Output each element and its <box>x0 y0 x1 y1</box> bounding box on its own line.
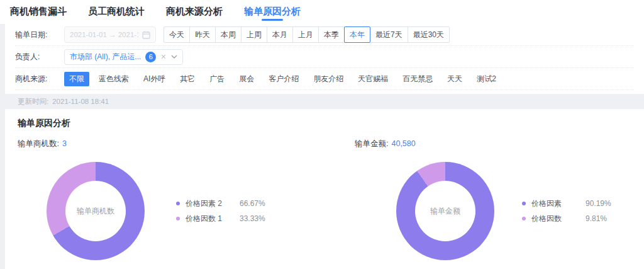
legend-item[interactable]: 价格因数 9.81% 3,980 <box>522 214 644 224</box>
date-range-input[interactable]: 2021-01-01 → 2021-12-31 <box>64 26 156 43</box>
date-preset-button[interactable]: 本周 <box>215 26 242 43</box>
date-preset-button-active[interactable]: 本年 <box>344 26 370 43</box>
donut-hole: 输单金额 <box>415 181 475 241</box>
lost-amount-value: 40,580 <box>391 139 415 148</box>
clear-icon[interactable]: ✕ <box>160 53 166 61</box>
donut-chart-lost-count[interactable]: 输单商机数 <box>47 162 145 260</box>
filter-panel: 输单日期: 2021-01-01 → 2021-12-31 今天 昨天 本周 上… <box>5 24 644 94</box>
donut-center-label: 输单金额 <box>430 206 460 217</box>
legend-percent: 33.33% <box>240 214 294 223</box>
tab-lost-reason-analysis[interactable]: 输单原因分析 <box>244 0 301 24</box>
source-option[interactable]: 朋友介绍 <box>308 72 348 86</box>
source-option[interactable]: 天官赐福 <box>353 72 393 86</box>
legend-percent: 9.81% <box>586 214 640 223</box>
legend-item[interactable]: 价格因素 90.19% 36,600 <box>522 198 644 209</box>
legend-dot <box>522 217 526 220</box>
date-range-value: 2021-01-01 → 2021-12-31 <box>70 31 138 38</box>
owner-filter-row: 负责人: 市场部 (All), 产品运... 6 ✕ <box>15 46 634 68</box>
lost-count-value: 3 <box>62 139 67 148</box>
date-filter-label: 输单日期: <box>15 30 64 40</box>
source-filter-row: 商机来源: 不限 蓝色线索 AI外呼 其它 广告 展会 客户介绍 朋友介绍 天官… <box>15 68 634 90</box>
lost-amount-stat: 输单金额:40,580 <box>355 139 631 149</box>
lost-count-label: 输单商机数: <box>18 139 59 148</box>
lost-count-chart-area: 输单商机数 价格因素 2 66.67% 价格因数 1 33.33% <box>18 162 325 260</box>
legend-item[interactable]: 价格因数 1 33.33% <box>176 214 294 224</box>
source-option[interactable]: 其它 <box>175 72 200 86</box>
lost-count-column: 输单商机数:3 输单商机数 价格因素 2 66.67% <box>18 129 325 260</box>
tab-employee-opportunity-stats[interactable]: 员工商机统计 <box>88 0 145 24</box>
source-option[interactable]: 测试2 <box>472 72 501 86</box>
owner-count-badge: 6 <box>145 52 156 62</box>
source-option-active[interactable]: 不限 <box>64 72 89 86</box>
owner-select[interactable]: 市场部 (All), 产品运... 6 ✕ <box>64 49 183 65</box>
lost-amount-legend: 价格因素 90.19% 36,600 价格因数 9.81% 3,980 <box>522 194 644 229</box>
date-preset-button[interactable]: 今天 <box>164 26 190 43</box>
source-option[interactable]: 百无禁忌 <box>397 72 438 86</box>
panel-title: 输单原因分析 <box>18 118 631 129</box>
date-preset-button[interactable]: 最近30天 <box>408 26 450 43</box>
legend-percent: 90.19% <box>586 199 640 208</box>
tab-sales-funnel[interactable]: 商机销售漏斗 <box>10 0 67 24</box>
update-time-value: 2021-11-08 18:41 <box>52 98 109 105</box>
tab-bar: 商机销售漏斗 员工商机统计 商机来源分析 输单原因分析 <box>0 0 644 24</box>
source-filter-label: 商机来源: <box>15 74 64 84</box>
date-preset-button[interactable]: 昨天 <box>189 26 216 43</box>
legend-percent: 66.67% <box>240 199 294 208</box>
donut-chart-lost-amount[interactable]: 输单金额 <box>396 162 494 260</box>
legend-item[interactable]: 价格因素 2 66.67% <box>176 198 294 209</box>
calendar-icon <box>142 31 150 39</box>
legend-name: 价格因素 2 <box>186 198 240 209</box>
lost-count-legend: 价格因素 2 66.67% 价格因数 1 33.33% <box>176 194 294 229</box>
charts-row: 输单商机数:3 输单商机数 价格因素 2 66.67% <box>18 129 631 260</box>
legend-dot <box>176 202 180 205</box>
page: 商机销售漏斗 员工商机统计 商机来源分析 输单原因分析 输单日期: 2021-0… <box>0 0 644 269</box>
date-preset-button[interactable]: 本季 <box>318 26 345 43</box>
date-preset-button[interactable]: 最近7天 <box>370 26 408 43</box>
lost-amount-column: 输单金额:40,580 输单金额 价格因素 90.19% 36,600 <box>325 129 631 260</box>
lost-reason-analysis-panel: 输单原因分析 输单商机数:3 输单商机数 价格因素 2 <box>5 109 644 269</box>
tab-source-analysis[interactable]: 商机来源分析 <box>166 0 223 24</box>
update-time-bar: 更新时间: 2021-11-08 18:41 <box>0 94 644 109</box>
legend-dot <box>522 202 526 205</box>
source-option[interactable]: 展会 <box>234 72 259 86</box>
owner-filter-label: 负责人: <box>15 52 64 62</box>
owner-selected-value: 市场部 (All), 产品运... <box>70 52 141 62</box>
source-option[interactable]: 客户介绍 <box>264 72 304 86</box>
date-filter-row: 输单日期: 2021-01-01 → 2021-12-31 今天 昨天 本周 上… <box>15 24 634 46</box>
source-option[interactable]: 蓝色线索 <box>94 72 134 86</box>
donut-hole: 输单商机数 <box>65 181 126 241</box>
legend-name: 价格因素 <box>531 198 586 209</box>
lost-count-stat: 输单商机数:3 <box>18 139 325 149</box>
lost-amount-label: 输单金额: <box>355 139 388 148</box>
update-time-label: 更新时间: <box>18 97 48 106</box>
source-option[interactable]: 广告 <box>204 72 230 86</box>
source-option[interactable]: AI外呼 <box>138 72 170 86</box>
source-option-group: 不限 蓝色线索 AI外呼 其它 广告 展会 客户介绍 朋友介绍 天官赐福 百无禁… <box>64 72 506 86</box>
legend-name: 价格因数 <box>531 214 586 224</box>
date-preset-group: 今天 昨天 本周 上周 本月 上月 本季 本年 最近7天 最近30天 <box>164 26 450 43</box>
legend-dot <box>176 217 180 220</box>
legend-value: 3,980 <box>640 214 644 223</box>
lost-amount-chart-area: 输单金额 价格因素 90.19% 36,600 价格因数 <box>325 162 631 260</box>
chevron-down-icon[interactable] <box>171 55 177 59</box>
legend-name: 价格因数 1 <box>186 214 240 224</box>
date-preset-button[interactable]: 上周 <box>241 26 267 43</box>
date-preset-button[interactable]: 上月 <box>292 26 319 43</box>
date-preset-button[interactable]: 本月 <box>267 26 293 43</box>
legend-value: 36,600 <box>640 199 644 208</box>
donut-center-label: 输单商机数 <box>77 206 114 217</box>
source-option[interactable]: 天天 <box>442 72 467 86</box>
